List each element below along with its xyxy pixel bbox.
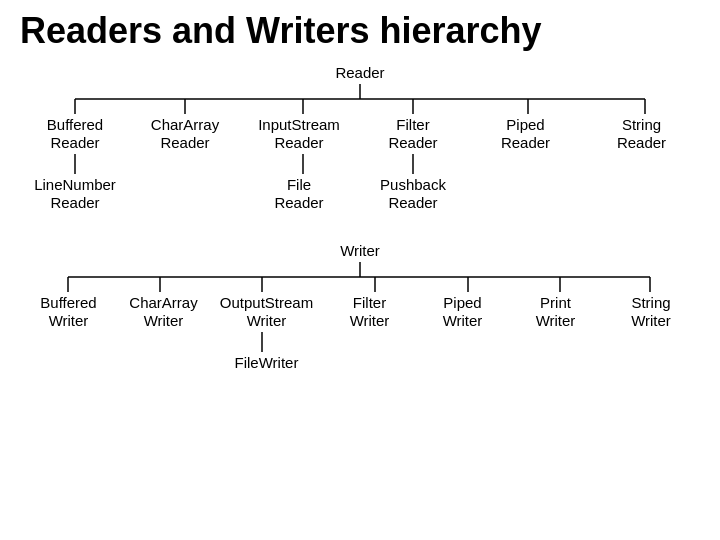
readers-section: Reader BufferedReader <box>20 62 700 214</box>
readers-level1: BufferedReader CharArrayReader InputStre… <box>20 114 700 154</box>
writer-string-cell: StringWriter <box>602 292 700 332</box>
writer-empty6 <box>602 352 700 374</box>
outputstream-writer-node: OutputStreamWriter <box>216 292 317 332</box>
file-writer-node: FileWriter <box>231 352 303 374</box>
linenumber-reader-node: LineNumberReader <box>30 174 120 214</box>
print-writer-node: PrintWriter <box>532 292 580 332</box>
writer-empty1 <box>20 352 117 374</box>
reader-empty2 <box>468 174 583 214</box>
writer-chararray-cell: CharArrayWriter <box>117 292 210 332</box>
reader-filter-cell: FilterReader <box>358 114 468 154</box>
writer-empty2 <box>117 352 210 374</box>
readers-lines-top <box>20 84 700 114</box>
reader-linenumber-cell: LineNumberReader <box>20 174 130 214</box>
filter-reader-node: FilterReader <box>384 114 441 154</box>
chararray-reader-node: CharArrayReader <box>147 114 223 154</box>
reader-empty1 <box>130 174 240 214</box>
pushback-reader-node: PushbackReader <box>376 174 450 214</box>
reader-buffered-cell: BufferedReader <box>20 114 130 154</box>
writer-piped-cell: PipedWriter <box>416 292 509 332</box>
writer-root: Writer <box>336 240 384 262</box>
reader-chararray-cell: CharArrayReader <box>130 114 240 154</box>
readers-level2: LineNumberReader FileReader PushbackRead… <box>20 174 700 214</box>
writer-outputstream-cell: OutputStreamWriter <box>210 292 323 332</box>
spacer <box>20 222 700 240</box>
writer-filter-cell: FilterWriter <box>323 292 416 332</box>
writers-lines-top <box>20 262 700 292</box>
writer-empty5 <box>509 352 602 374</box>
buffered-reader-node: BufferedReader <box>43 114 107 154</box>
file-reader-node: FileReader <box>270 174 327 214</box>
writers-level1: BufferedWriter CharArrayWriter OutputStr… <box>20 292 700 332</box>
string-writer-node: StringWriter <box>627 292 675 332</box>
reader-inputstream-cell: InputStreamReader <box>240 114 358 154</box>
chararray-writer-node: CharArrayWriter <box>125 292 201 332</box>
page: Readers and Writers hierarchy Reader <box>0 0 720 540</box>
piped-reader-node: PipedReader <box>497 114 554 154</box>
writer-empty4 <box>416 352 509 374</box>
reader-piped-cell: PipedReader <box>468 114 583 154</box>
reader-root: Reader <box>331 62 388 84</box>
writer-filewriter-cell: FileWriter <box>210 352 323 374</box>
writers-section: Writer BufferedWriter <box>20 240 700 374</box>
inputstream-reader-node: InputStreamReader <box>254 114 344 154</box>
reader-empty3 <box>583 174 700 214</box>
filter-writer-node: FilterWriter <box>346 292 394 332</box>
readers-lines-bottom <box>20 154 700 174</box>
reader-file-cell: FileReader <box>240 174 358 214</box>
writer-empty3 <box>323 352 416 374</box>
piped-writer-node: PipedWriter <box>439 292 487 332</box>
reader-pushback-cell: PushbackReader <box>358 174 468 214</box>
writer-buffered-cell: BufferedWriter <box>20 292 117 332</box>
string-reader-node: StringReader <box>613 114 670 154</box>
writer-print-cell: PrintWriter <box>509 292 602 332</box>
page-title: Readers and Writers hierarchy <box>20 10 700 52</box>
writers-level2: FileWriter <box>20 352 700 374</box>
diagram: Reader BufferedReader <box>20 62 700 374</box>
buffered-writer-node: BufferedWriter <box>36 292 100 332</box>
reader-string-cell: StringReader <box>583 114 700 154</box>
writers-lines-bottom <box>20 332 700 352</box>
